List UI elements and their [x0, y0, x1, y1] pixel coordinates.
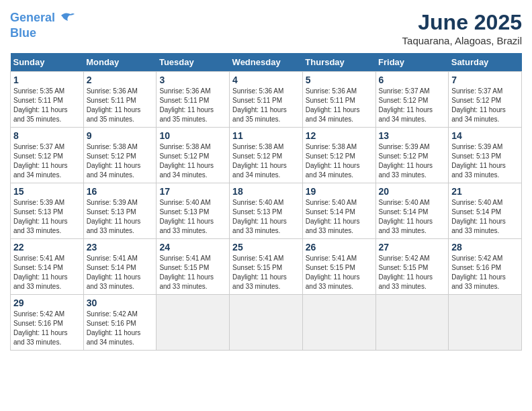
header-sunday: Sunday	[11, 53, 84, 72]
day-info: Sunrise: 5:40 AM Sunset: 5:14 PM Dayligh…	[306, 198, 373, 236]
day-number: 1	[13, 75, 81, 85]
calendar-cell	[302, 295, 375, 351]
calendar-cell: 12 Sunrise: 5:38 AM Sunset: 5:12 PM Dayl…	[302, 128, 375, 183]
calendar-cell: 14 Sunrise: 5:39 AM Sunset: 5:13 PM Dayl…	[449, 128, 522, 183]
calendar-cell: 21 Sunrise: 5:40 AM Sunset: 5:14 PM Dayl…	[449, 183, 522, 239]
calendar-cell: 27 Sunrise: 5:42 AM Sunset: 5:15 PM Dayl…	[375, 239, 449, 295]
day-number: 6	[379, 75, 446, 85]
calendar-cell: 28 Sunrise: 5:42 AM Sunset: 5:16 PM Dayl…	[449, 239, 522, 295]
day-info: Sunrise: 5:36 AM Sunset: 5:11 PM Dayligh…	[159, 87, 226, 124]
calendar-cell: 5 Sunrise: 5:36 AM Sunset: 5:11 PM Dayli…	[302, 72, 375, 128]
day-number: 9	[87, 130, 154, 141]
calendar-week-row: 8 Sunrise: 5:37 AM Sunset: 5:12 PM Dayli…	[11, 128, 522, 183]
day-info: Sunrise: 5:39 AM Sunset: 5:12 PM Dayligh…	[379, 142, 446, 180]
calendar-cell: 3 Sunrise: 5:36 AM Sunset: 5:11 PM Dayli…	[157, 72, 230, 128]
day-info: Sunrise: 5:38 AM Sunset: 5:12 PM Dayligh…	[306, 142, 373, 180]
calendar-cell	[230, 295, 303, 351]
calendar-cell: 6 Sunrise: 5:37 AM Sunset: 5:12 PM Dayli…	[375, 72, 449, 128]
calendar-cell: 24 Sunrise: 5:41 AM Sunset: 5:15 PM Dayl…	[157, 239, 230, 295]
day-number: 25	[232, 242, 300, 253]
calendar-cell: 25 Sunrise: 5:41 AM Sunset: 5:15 PM Dayl…	[230, 239, 303, 295]
day-info: Sunrise: 5:41 AM Sunset: 5:15 PM Dayligh…	[306, 254, 373, 291]
day-number: 24	[159, 242, 226, 253]
calendar-week-row: 29 Sunrise: 5:42 AM Sunset: 5:16 PM Dayl…	[11, 295, 522, 351]
logo-bird-icon	[60, 10, 76, 26]
calendar-cell: 10 Sunrise: 5:38 AM Sunset: 5:12 PM Dayl…	[157, 128, 230, 183]
day-info: Sunrise: 5:36 AM Sunset: 5:11 PM Dayligh…	[306, 87, 373, 124]
title-block: June 2025 Taquarana, Alagoas, Brazil	[402, 10, 522, 46]
day-number: 22	[13, 242, 81, 253]
day-number: 27	[379, 242, 446, 253]
day-number: 16	[87, 186, 154, 197]
day-info: Sunrise: 5:38 AM Sunset: 5:12 PM Dayligh…	[159, 142, 226, 180]
calendar-cell: 23 Sunrise: 5:41 AM Sunset: 5:14 PM Dayl…	[83, 239, 157, 295]
day-number: 12	[306, 130, 373, 141]
header-wednesday: Wednesday	[230, 53, 303, 72]
calendar-week-row: 22 Sunrise: 5:41 AM Sunset: 5:14 PM Dayl…	[11, 239, 522, 295]
calendar-cell: 26 Sunrise: 5:41 AM Sunset: 5:15 PM Dayl…	[302, 239, 375, 295]
day-number: 14	[451, 130, 519, 141]
calendar-cell: 15 Sunrise: 5:39 AM Sunset: 5:13 PM Dayl…	[11, 183, 84, 239]
calendar-cell: 19 Sunrise: 5:40 AM Sunset: 5:14 PM Dayl…	[302, 183, 375, 239]
day-number: 29	[13, 298, 81, 308]
day-number: 4	[232, 75, 300, 85]
day-info: Sunrise: 5:42 AM Sunset: 5:16 PM Dayligh…	[87, 310, 154, 347]
day-info: Sunrise: 5:39 AM Sunset: 5:13 PM Dayligh…	[87, 198, 154, 236]
calendar-week-row: 1 Sunrise: 5:35 AM Sunset: 5:11 PM Dayli…	[11, 72, 522, 128]
day-number: 28	[451, 242, 519, 253]
calendar-cell: 4 Sunrise: 5:36 AM Sunset: 5:11 PM Dayli…	[230, 72, 303, 128]
day-info: Sunrise: 5:38 AM Sunset: 5:12 PM Dayligh…	[232, 142, 300, 180]
day-info: Sunrise: 5:38 AM Sunset: 5:12 PM Dayligh…	[87, 142, 154, 180]
calendar-cell	[157, 295, 230, 351]
day-info: Sunrise: 5:37 AM Sunset: 5:12 PM Dayligh…	[13, 142, 81, 180]
calendar-cell: 16 Sunrise: 5:39 AM Sunset: 5:13 PM Dayl…	[83, 183, 157, 239]
day-number: 13	[379, 130, 446, 141]
calendar-cell: 29 Sunrise: 5:42 AM Sunset: 5:16 PM Dayl…	[11, 295, 84, 351]
day-info: Sunrise: 5:41 AM Sunset: 5:15 PM Dayligh…	[232, 254, 300, 291]
day-info: Sunrise: 5:40 AM Sunset: 5:13 PM Dayligh…	[232, 198, 300, 236]
day-info: Sunrise: 5:40 AM Sunset: 5:13 PM Dayligh…	[159, 198, 226, 236]
header-friday: Friday	[375, 53, 449, 72]
day-number: 5	[306, 75, 373, 85]
calendar-cell: 8 Sunrise: 5:37 AM Sunset: 5:12 PM Dayli…	[11, 128, 84, 183]
logo: General Blue	[10, 10, 76, 41]
day-number: 11	[232, 130, 300, 141]
day-info: Sunrise: 5:39 AM Sunset: 5:13 PM Dayligh…	[13, 198, 81, 236]
calendar-cell: 7 Sunrise: 5:37 AM Sunset: 5:12 PM Dayli…	[449, 72, 522, 128]
calendar-cell: 20 Sunrise: 5:40 AM Sunset: 5:14 PM Dayl…	[375, 183, 449, 239]
day-info: Sunrise: 5:39 AM Sunset: 5:13 PM Dayligh…	[451, 142, 519, 180]
day-number: 3	[159, 75, 226, 85]
day-number: 18	[232, 186, 300, 197]
location: Taquarana, Alagoas, Brazil	[402, 35, 522, 46]
day-number: 26	[306, 242, 373, 253]
day-number: 15	[13, 186, 81, 197]
day-number: 23	[87, 242, 154, 253]
day-number: 7	[451, 75, 519, 85]
calendar-cell: 9 Sunrise: 5:38 AM Sunset: 5:12 PM Dayli…	[83, 128, 157, 183]
day-info: Sunrise: 5:41 AM Sunset: 5:15 PM Dayligh…	[159, 254, 226, 291]
calendar-header-row: SundayMondayTuesdayWednesdayThursdayFrid…	[11, 53, 522, 72]
calendar-cell: 18 Sunrise: 5:40 AM Sunset: 5:13 PM Dayl…	[230, 183, 303, 239]
calendar-table: SundayMondayTuesdayWednesdayThursdayFrid…	[10, 53, 522, 351]
day-info: Sunrise: 5:42 AM Sunset: 5:16 PM Dayligh…	[13, 310, 81, 347]
day-number: 21	[451, 186, 519, 197]
day-info: Sunrise: 5:42 AM Sunset: 5:16 PM Dayligh…	[451, 254, 519, 291]
calendar-cell: 30 Sunrise: 5:42 AM Sunset: 5:16 PM Dayl…	[83, 295, 157, 351]
day-number: 17	[159, 186, 226, 197]
page-header: General Blue June 2025 Taquarana, Alagoa…	[10, 10, 522, 46]
calendar-cell: 17 Sunrise: 5:40 AM Sunset: 5:13 PM Dayl…	[157, 183, 230, 239]
calendar-week-row: 15 Sunrise: 5:39 AM Sunset: 5:13 PM Dayl…	[11, 183, 522, 239]
day-info: Sunrise: 5:37 AM Sunset: 5:12 PM Dayligh…	[451, 87, 519, 124]
day-info: Sunrise: 5:36 AM Sunset: 5:11 PM Dayligh…	[232, 87, 300, 124]
day-number: 20	[379, 186, 446, 197]
month-title: June 2025	[402, 10, 522, 35]
day-number: 2	[87, 75, 154, 85]
calendar-cell	[449, 295, 522, 351]
calendar-cell	[375, 295, 449, 351]
day-number: 10	[159, 130, 226, 141]
calendar-cell: 1 Sunrise: 5:35 AM Sunset: 5:11 PM Dayli…	[11, 72, 84, 128]
calendar-cell: 13 Sunrise: 5:39 AM Sunset: 5:12 PM Dayl…	[375, 128, 449, 183]
header-monday: Monday	[83, 53, 157, 72]
header-saturday: Saturday	[449, 53, 522, 72]
logo-general: General	[10, 11, 55, 24]
